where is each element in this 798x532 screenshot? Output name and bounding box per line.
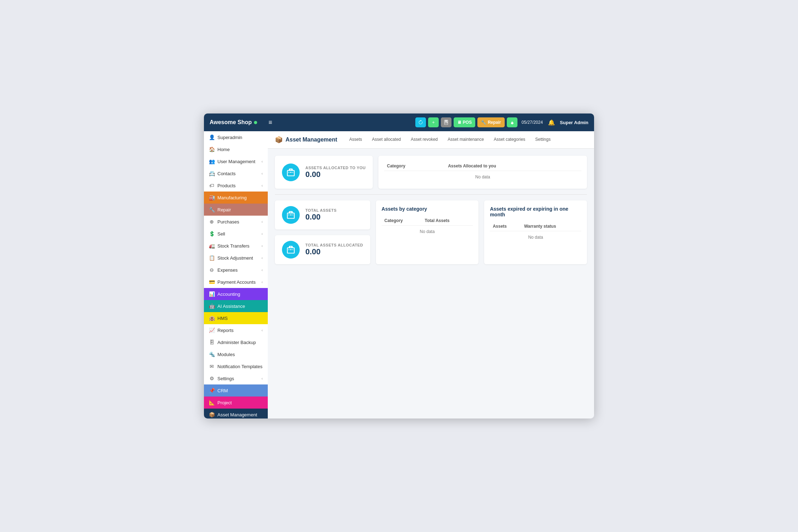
- svg-rect-7: [289, 249, 289, 250]
- sidebar-item-asset-management[interactable]: 📦 Asset Management: [204, 409, 268, 419]
- sidebar-arrow-contacts: ‹: [261, 171, 263, 176]
- sidebar-icon-stock-transfers: 🚛: [209, 243, 215, 249]
- sidebar-item-sell[interactable]: 💲 Sell ‹: [204, 228, 268, 240]
- sidebar-item-settings[interactable]: ⚙ Settings ‹: [204, 372, 268, 384]
- content-title: 📦 Asset Management: [275, 136, 337, 144]
- sidebar-item-administer-backup[interactable]: 🗄 Administer Backup: [204, 336, 268, 348]
- top-cards-row: ASSETS ALLOCATED TO YOU 0.00 Category As…: [275, 156, 587, 189]
- section-divider: [275, 194, 587, 195]
- content-title-text: Asset Management: [286, 137, 337, 143]
- sidebar-arrow-expenses: ‹: [261, 268, 263, 272]
- sidebar-label-accounting: Accounting: [217, 292, 263, 297]
- assets-expiring-table: Assets Warranty status No data: [490, 222, 581, 243]
- header-actions: 🖥 POS 🔧 Repair 05/27/2024 🔔 Super Admin: [415, 117, 588, 127]
- sidebar-label-administer-backup: Administer Backup: [217, 340, 263, 345]
- sidebar: 👤 Superadmin 🏠 Home 👥 User Management ‹ …: [204, 131, 268, 419]
- sidebar-item-stock-transfers[interactable]: 🚛 Stock Transfers ‹: [204, 240, 268, 252]
- svg-rect-3: [290, 215, 292, 215]
- calculator-button[interactable]: [441, 117, 451, 127]
- abc-no-data: No data: [382, 226, 473, 238]
- sidebar-item-superadmin[interactable]: 👤 Superadmin: [204, 131, 268, 143]
- assets-expiring-card: Assets expired or expiring in one month …: [484, 200, 587, 264]
- repair-button[interactable]: 🔧 Repair: [477, 117, 504, 127]
- tab-asset-categories[interactable]: Asset categories: [489, 135, 530, 145]
- stat-info-allocated-you: ASSETS ALLOCATED TO YOU 0.00: [305, 166, 366, 179]
- stat-info-total-assets: TOTAL ASSETS 0.00: [305, 208, 337, 222]
- sidebar-item-payment-accounts[interactable]: 💳 Payment Accounts ‹: [204, 276, 268, 288]
- sidebar-item-stock-adjustment[interactable]: 📋 Stock Adjustment ‹: [204, 252, 268, 264]
- stat-label-allocated-you: ASSETS ALLOCATED TO YOU: [305, 166, 366, 170]
- svg-rect-2: [292, 172, 293, 172]
- sidebar-item-project[interactable]: 📐 Project: [204, 397, 268, 409]
- content-title-icon: 📦: [275, 136, 283, 144]
- sidebar-item-user-management[interactable]: 👥 User Management ‹: [204, 155, 268, 167]
- category-allocated-col-header: Assets Allocated to you: [445, 161, 581, 171]
- main-layout: 👤 Superadmin 🏠 Home 👥 User Management ‹ …: [204, 131, 594, 419]
- pos-button[interactable]: 🖥 POS: [454, 117, 475, 127]
- sidebar-arrow-purchases: ‹: [261, 220, 263, 224]
- sidebar-item-hms[interactable]: 🏨 HMS: [204, 312, 268, 324]
- sidebar-item-manufacturing[interactable]: 🏭 Manufacturing: [204, 192, 268, 204]
- main-content: 📦 Asset Management AssetsAsset allocated…: [268, 131, 594, 419]
- abc-col1-header: Category: [382, 216, 422, 226]
- sidebar-item-purchases[interactable]: ⊕ Purchases ‹: [204, 216, 268, 228]
- sidebar-label-reports: Reports: [217, 328, 259, 333]
- tab-asset-maintenance[interactable]: Asset maintenance: [443, 135, 489, 145]
- sidebar-icon-payment-accounts: 💳: [209, 279, 215, 285]
- hamburger-button[interactable]: ≡: [268, 119, 272, 126]
- sidebar-item-contacts[interactable]: 📇 Contacts ‹: [204, 167, 268, 179]
- sidebar-arrow-settings: ‹: [261, 376, 263, 381]
- sidebar-icon-contacts: 📇: [209, 171, 215, 176]
- dollar-button[interactable]: [507, 117, 517, 127]
- svg-rect-0: [290, 172, 292, 172]
- ae-no-data: No data: [490, 231, 581, 244]
- sidebar-item-modules[interactable]: 🔩 Modules: [204, 348, 268, 360]
- stat-icon-total-assets: [282, 206, 300, 224]
- content-tabs: AssetsAsset allocatedAsset revokedAsset …: [344, 135, 556, 145]
- tab-asset-revoked[interactable]: Asset revoked: [406, 135, 443, 145]
- sidebar-label-asset-management: Asset Management: [217, 412, 263, 417]
- stat-card-total-assets: TOTAL ASSETS 0.00: [275, 200, 370, 229]
- sidebar-item-repair[interactable]: 🔧 Repair: [204, 204, 268, 216]
- tab-settings[interactable]: Settings: [530, 135, 555, 145]
- sidebar-item-notification-templates[interactable]: ✉ Notification Templates: [204, 360, 268, 372]
- sidebar-icon-notification-templates: ✉: [209, 364, 215, 369]
- sidebar-item-ai-assistance[interactable]: 🤖 AI Assistance: [204, 300, 268, 312]
- assets-by-category-table: Category Total Assets No data: [382, 216, 473, 238]
- sidebar-label-user-management: User Management: [217, 159, 259, 164]
- user-name: Super Admin: [560, 120, 588, 125]
- sidebar-item-products[interactable]: 🏷 Products ‹: [204, 179, 268, 192]
- sidebar-icon-asset-management: 📦: [209, 412, 215, 417]
- brand-dot: [254, 121, 257, 124]
- svg-rect-6: [290, 249, 292, 250]
- sidebar-icon-user-management: 👥: [209, 159, 215, 164]
- sidebar-label-modules: Modules: [217, 352, 263, 357]
- sidebar-label-expenses: Expenses: [217, 267, 259, 273]
- stat-value-total-allocated: 0.00: [305, 247, 363, 256]
- sidebar-label-ai-assistance: AI Assistance: [217, 304, 263, 309]
- sidebar-item-expenses[interactable]: ⊖ Expenses ‹: [204, 264, 268, 276]
- assets-expiring-title: Assets expired or expiring in one month: [490, 206, 581, 217]
- tab-asset-allocated[interactable]: Asset allocated: [367, 135, 406, 145]
- sidebar-label-home: Home: [217, 147, 263, 152]
- content-header: 📦 Asset Management AssetsAsset allocated…: [268, 131, 594, 149]
- right-table-cards: Assets by category Category Total Assets: [376, 200, 587, 264]
- refresh-button[interactable]: [415, 117, 426, 127]
- sidebar-item-home[interactable]: 🏠 Home: [204, 143, 268, 155]
- stat-card-allocated-you: ASSETS ALLOCATED TO YOU 0.00: [275, 156, 373, 189]
- sidebar-item-accounting[interactable]: 📊 Accounting: [204, 288, 268, 300]
- notification-bell-icon[interactable]: 🔔: [548, 119, 555, 126]
- sidebar-icon-modules: 🔩: [209, 351, 215, 357]
- sidebar-label-sell: Sell: [217, 231, 259, 237]
- sidebar-arrow-reports: ‹: [261, 328, 263, 332]
- sidebar-icon-project: 📐: [209, 400, 215, 405]
- sidebar-item-reports[interactable]: 📈 Reports ‹: [204, 324, 268, 336]
- sidebar-icon-crm: 📌: [209, 388, 215, 393]
- content-body: ASSETS ALLOCATED TO YOU 0.00 Category As…: [268, 149, 594, 419]
- category-col-header: Category: [384, 161, 445, 171]
- sidebar-icon-sell: 💲: [209, 231, 215, 237]
- stat-icon-total-allocated: [282, 241, 300, 259]
- tab-assets[interactable]: Assets: [344, 135, 367, 145]
- add-button[interactable]: [428, 117, 439, 127]
- sidebar-item-crm[interactable]: 📌 CRM: [204, 384, 268, 397]
